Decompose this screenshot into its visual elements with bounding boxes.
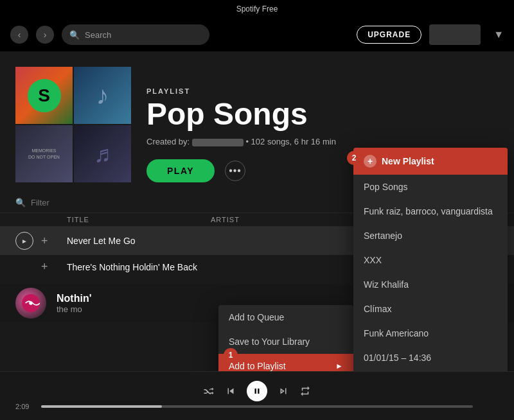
now-playing-art: [15, 288, 46, 319]
progress-bar[interactable]: [41, 405, 473, 408]
now-playing-subtitle: the mo: [57, 304, 91, 314]
more-options-button[interactable]: •••: [225, 161, 245, 181]
progress-row: 2:09: [15, 403, 499, 410]
list-item[interactable]: 01/01/15 – 14:36: [353, 346, 508, 370]
list-item[interactable]: Sertanejo: [353, 223, 508, 248]
submenu-item-label: Clímax: [364, 304, 392, 314]
submenu-item-label: Wiz Khalifa: [364, 279, 409, 290]
list-item[interactable]: Sugestivo: [353, 370, 508, 371]
list-item[interactable]: Clímax: [353, 297, 508, 321]
playlist-type-label: PLAYLIST: [146, 87, 499, 95]
album-cell-4: ♬: [74, 125, 131, 182]
playlist-title: Pop Songs: [146, 98, 499, 132]
nav-bar: ‹ › 🔍 UPGRADE ▼: [0, 18, 514, 51]
memories-text: MEMORIESDO NOT OPEN: [28, 148, 60, 159]
filter-input[interactable]: [31, 198, 139, 207]
search-bar: 🔍: [62, 24, 209, 45]
new-playlist-label: New Playlist: [382, 156, 434, 166]
title-bar: Spotify Free: [0, 0, 514, 18]
playlist-meta-info: • 102 songs, 6 hr 16 min: [245, 137, 335, 146]
album-cell-2: ♪: [74, 67, 131, 124]
repeat-button[interactable]: [299, 385, 311, 397]
playlist-meta: Created by: • 102 songs, 6 hr 16 min: [146, 137, 499, 146]
spotify-logo: S: [28, 79, 61, 112]
new-playlist-icon: +: [364, 155, 377, 168]
context-menu-save-library[interactable]: Save to Your Library: [218, 329, 353, 354]
transport-controls: [203, 381, 311, 401]
album-cell-3: MEMORIESDO NOT OPEN: [15, 125, 73, 182]
track-title: Never Let Me Go: [67, 236, 211, 246]
submenu-item-label: Funk Americano: [364, 328, 429, 338]
artist-icon: ♪: [96, 81, 109, 110]
chevron-down-icon[interactable]: ▼: [493, 29, 504, 40]
list-item[interactable]: Pop Songs: [353, 175, 508, 199]
user-area[interactable]: [429, 24, 481, 45]
context-item-label: Save to Your Library: [229, 337, 310, 347]
context-item-label: Add to Playlist: [229, 361, 286, 371]
band-icon: ♬: [94, 141, 111, 168]
previous-button[interactable]: [225, 385, 236, 397]
forward-button[interactable]: ›: [36, 26, 54, 44]
shuffle-button[interactable]: [203, 385, 215, 397]
next-button[interactable]: [278, 385, 289, 397]
list-item[interactable]: Wiz Khalifa: [353, 272, 508, 297]
col-title: TITLE: [67, 216, 211, 223]
album-cell-1: S: [15, 67, 73, 124]
search-input[interactable]: [85, 30, 202, 40]
add-to-playlist-icon[interactable]: +: [41, 234, 67, 248]
now-playing-title: Nothin': [57, 293, 91, 304]
new-playlist-item[interactable]: + New Playlist: [353, 148, 508, 175]
now-playing-bar: 2:09: [0, 371, 514, 420]
context-item-label: Add to Queue: [229, 312, 284, 322]
col-add: [41, 216, 67, 223]
pause-button[interactable]: [247, 381, 267, 401]
submenu-item-label: Funk raiz, barroco, vanguardista: [364, 206, 493, 216]
time-elapsed: 2:09: [15, 403, 35, 410]
context-menu-add-queue[interactable]: Add to Queue: [218, 305, 353, 329]
play-circle-icon[interactable]: ►: [15, 232, 33, 250]
album-art-grid: S ♪ MEMORIESDO NOT OPEN ♬: [15, 67, 131, 182]
list-item[interactable]: XXX: [353, 248, 508, 272]
playlist-submenu: + New Playlist Pop Songs Funk raiz, barr…: [353, 148, 508, 371]
progress-fill: [41, 405, 162, 408]
created-by-label: Created by:: [146, 137, 192, 146]
main-content: S ♪ MEMORIESDO NOT OPEN ♬ PLAYLIST Pop S…: [0, 51, 514, 371]
track-title: There's Nothing Holdin' Me Back: [67, 262, 211, 272]
upgrade-button[interactable]: UPGRADE: [357, 26, 421, 44]
progress-bar-row: 2:09: [15, 403, 499, 410]
search-icon: 🔍: [69, 30, 80, 40]
filter-icon: 🔍: [15, 198, 26, 207]
submenu-item-label: 01/01/15 – 14:36: [364, 353, 431, 363]
col-num: [15, 216, 41, 223]
submenu-item-label: Sertanejo: [364, 231, 402, 241]
now-playing-info: Nothin' the mo: [57, 293, 91, 314]
list-item[interactable]: Funk Americano: [353, 321, 508, 346]
submenu-item-label: XXX: [364, 255, 382, 265]
col-artist: ARTIST: [211, 216, 355, 223]
svg-point-1: [29, 301, 33, 305]
context-menu: Add to Queue Save to Your Library Add to…: [218, 305, 353, 371]
badge-1: 1: [224, 348, 238, 362]
app-title: Spotify Free: [236, 4, 278, 13]
back-button[interactable]: ‹: [10, 26, 28, 44]
badge-2: 2: [347, 151, 361, 165]
context-menu-add-playlist[interactable]: Add to Playlist ►: [218, 354, 353, 371]
add-to-playlist-icon[interactable]: +: [41, 260, 67, 274]
list-item[interactable]: Funk raiz, barroco, vanguardista: [353, 199, 508, 223]
submenu-item-label: Pop Songs: [364, 182, 408, 192]
submenu-arrow-icon: ►: [335, 362, 343, 371]
play-button[interactable]: PLAY: [146, 159, 215, 182]
created-by-blur: [192, 139, 244, 146]
